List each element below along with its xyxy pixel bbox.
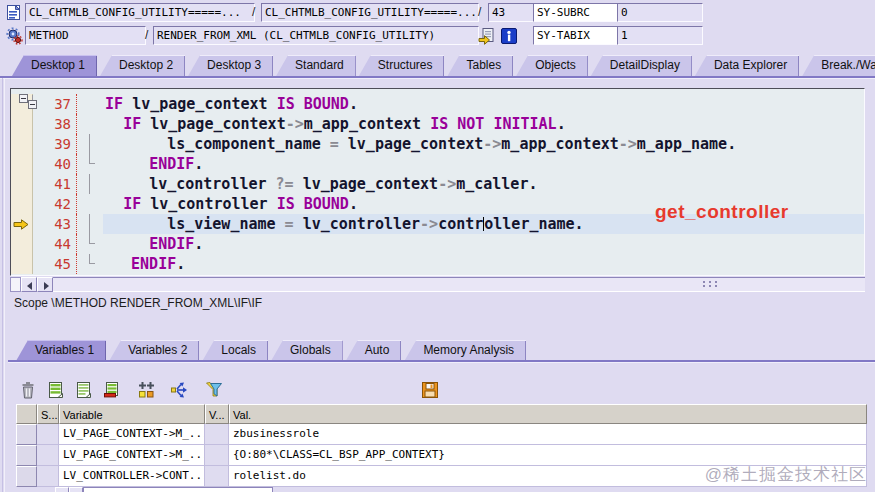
navigate-icon[interactable] [478,27,496,45]
breakpoint-margin-cell[interactable] [11,214,33,234]
tab-detaildisplay[interactable]: DetailDisplay [591,55,692,76]
fold-marker [77,174,103,194]
display-list-icon[interactable] [74,380,94,400]
breakpoint-margin-cell[interactable] [11,134,33,154]
code-text[interactable]: ENDIF. [103,154,864,174]
breakpoint-margin-cell[interactable] [11,194,33,214]
code-text[interactable]: ENDIF. [103,234,864,254]
row-selector[interactable] [16,466,37,487]
save-icon[interactable] [420,380,440,400]
breakpoint-margin-cell[interactable] [11,254,33,274]
breakpoint-margin-cell[interactable] [11,174,33,194]
variable-name-cell[interactable]: LV_PAGE_CONTEXT->M_... [59,445,205,466]
table-header-row: S... Variable V... Val. [16,404,867,424]
insert-rows-icon[interactable] [46,380,66,400]
tab-strip-highlight [0,78,875,79]
line-number: 38 [33,114,77,134]
table-row: LV_PAGE_CONTEXT->M_...zbusinessrole [16,424,867,445]
fold-marker [77,134,103,154]
v-cell [205,424,229,445]
variable-name-cell[interactable]: LV_CONTROLLER->CONT... [59,466,205,487]
splitter-handle[interactable] [703,281,719,289]
scrollbar-grip[interactable] [10,277,21,292]
tab-tables[interactable]: Tables [447,55,513,76]
class-field-1[interactable]: CL_CHTMLB_CONFIG_UTILITY=====... [25,3,255,22]
code-line-40: 40 ENDIF. [11,154,864,174]
code-text[interactable]: lv_controller ?= lv_page_context->m_call… [103,174,864,194]
scroll-left-button[interactable] [55,487,69,492]
scroll-right-button[interactable] [69,487,83,492]
tab-auto[interactable]: Auto [346,340,402,361]
method-icon [5,27,23,45]
variable-value-cell[interactable]: zbusinessrole [229,424,867,445]
scroll-left-button[interactable] [21,277,37,292]
separator: / [252,4,255,21]
info-icon[interactable] [500,27,518,45]
code-line-39: 39 ls_component_name = lv_page_context->… [11,134,864,154]
tab-structures[interactable]: Structures [359,55,445,76]
code-text[interactable]: ls_component_name = lv_page_context->m_a… [103,134,864,154]
sy-tabix-field[interactable]: SY-TABIX [533,26,619,45]
tab-break-watchpoints[interactable]: Break./Watchpoints [802,55,875,76]
line-number: 41 [33,174,77,194]
abap-code-editor: 37 IF lv_page_context IS BOUND.38 IF lv_… [10,88,865,276]
delete-rows-icon[interactable] [18,380,38,400]
breakpoint-margin-cell[interactable] [11,234,33,254]
window-frame-line [4,78,5,492]
column-header-v: V... [205,404,229,424]
distribute-icon[interactable] [170,380,190,400]
variable-name-cell[interactable]: LV_PAGE_CONTEXT->M_... [59,424,205,445]
code-horizontal-scrollbar [10,277,865,292]
code-line-41: 41 lv_controller ?= lv_page_context->m_c… [11,174,864,194]
line-number: 40 [33,154,77,174]
scrollbar-track[interactable] [83,487,273,492]
variables-tab-strip: Variables 1Variables 2LocalsGlobalsAutoM… [16,337,529,361]
column-header-variable: Variable [59,404,205,424]
v-cell [205,445,229,466]
tab-variables-1[interactable]: Variables 1 [16,340,106,361]
code-line-45: 45 ENDIF. [11,254,864,274]
breakpoint-margin-cell[interactable] [11,154,33,174]
separator: / [478,4,481,21]
fold-marker[interactable] [19,94,28,103]
line-number: 37 [33,94,77,114]
code-text[interactable]: IF lv_page_context->m_app_context IS NOT… [77,114,864,134]
tab-desktop-2[interactable]: Desktop 2 [100,55,185,76]
create-variables-icon[interactable] [136,380,156,400]
watermark: @稀土掘金技术社区 [705,463,867,486]
line-number: 44 [33,234,77,254]
code-text[interactable]: IF lv_page_context IS BOUND. [77,94,864,114]
desktop-tab-strip: Desktop 1Desktop 2Desktop 3StandardStruc… [12,52,875,76]
line-number: 45 [33,254,77,274]
row-selector[interactable] [16,445,37,466]
filter-icon[interactable] [204,380,224,400]
breakpoint-margin-cell[interactable] [11,114,33,134]
tab-variables-2[interactable]: Variables 2 [109,340,199,361]
event-type-field[interactable]: METHOD [25,26,146,45]
line-number: 42 [33,194,77,214]
scroll-right-button[interactable] [37,277,53,292]
tab-desktop-1[interactable]: Desktop 1 [12,55,97,76]
event-name-field[interactable]: RENDER_FROM_XML (CL_CHTMLB_CONFIG_UTILIT… [153,26,479,45]
tab-objects[interactable]: Objects [516,55,588,76]
line-number-field[interactable]: 43 [488,3,534,22]
current-line-arrow-icon [13,219,29,230]
sy-subrc-field[interactable]: SY-SUBRC [533,3,619,22]
tab-standard[interactable]: Standard [276,55,356,76]
row-selector[interactable] [16,424,37,445]
tab-globals[interactable]: Globals [271,340,343,361]
tab-desktop-3[interactable]: Desktop 3 [188,55,273,76]
tab-data-explorer[interactable]: Data Explorer [695,55,799,76]
code-line-44: 44 ENDIF. [11,234,864,254]
v-cell [205,466,229,487]
scrollbar-track[interactable] [53,277,865,292]
program-icon [5,4,23,22]
remove-row-icon[interactable] [102,380,122,400]
tab-memory-analysis[interactable]: Memory Analysis [404,340,526,361]
fold-marker [77,214,103,234]
code-text[interactable]: ENDIF. [103,254,864,274]
s-cell [37,466,59,487]
code-lines: 37 IF lv_page_context IS BOUND.38 IF lv_… [11,94,864,274]
tab-locals[interactable]: Locals [202,340,268,361]
class-field-2[interactable]: CL_CHTMLB_CONFIG_UTILITY=====... [261,3,479,22]
